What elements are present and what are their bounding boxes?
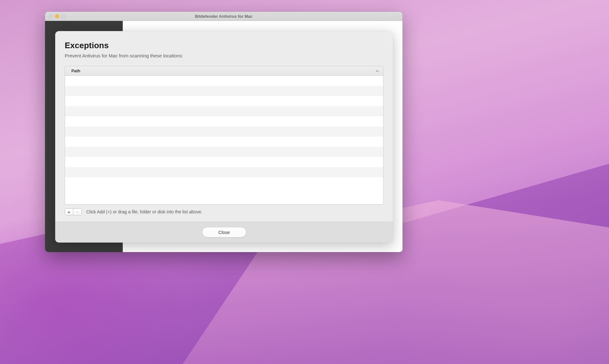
window-body: Exceptions Prevent Antivirus for Mac fro… — [45, 21, 403, 252]
table-row — [65, 86, 383, 96]
column-header-path: Path — [71, 68, 80, 73]
window-maximize-button[interactable] — [62, 14, 65, 18]
exceptions-modal: Exceptions Prevent Antivirus for Mac fro… — [55, 31, 393, 243]
table-body[interactable] — [65, 76, 383, 204]
table-row — [65, 147, 383, 157]
window-title: Bitdefender Antivirus for Mac — [195, 14, 253, 19]
table-row — [65, 116, 383, 127]
table-row — [65, 157, 383, 167]
sort-chevron-icon — [376, 69, 379, 73]
modal-title: Exceptions — [65, 41, 383, 50]
modal-content: Exceptions Prevent Antivirus for Mac fro… — [55, 31, 393, 222]
titlebar: Bitdefender Antivirus for Mac — [45, 12, 403, 21]
modal-subtitle: Prevent Antivirus for Mac from scanning … — [65, 53, 383, 58]
table-header[interactable]: Path — [65, 66, 383, 76]
remove-exception-button: − — [73, 209, 82, 215]
table-row — [65, 96, 383, 106]
controls-hint: Click Add (+) or drag a file, folder or … — [86, 209, 202, 214]
table-row — [65, 137, 383, 147]
modal-footer: Close — [55, 222, 393, 243]
table-row — [65, 127, 383, 137]
close-button[interactable]: Close — [202, 227, 246, 237]
add-exception-button[interactable]: + — [65, 209, 73, 215]
table-row — [65, 167, 383, 177]
table-row — [65, 106, 383, 116]
main-window: Bitdefender Antivirus for Mac Exceptions… — [45, 12, 403, 252]
table-row — [65, 76, 383, 86]
table-controls: + − Click Add (+) or drag a file, folder… — [65, 208, 383, 215]
traffic-lights — [49, 14, 65, 18]
window-close-button[interactable] — [49, 14, 53, 18]
add-remove-group: + − — [65, 208, 82, 215]
window-minimize-button[interactable] — [55, 14, 59, 18]
exceptions-table: Path — [65, 66, 383, 205]
